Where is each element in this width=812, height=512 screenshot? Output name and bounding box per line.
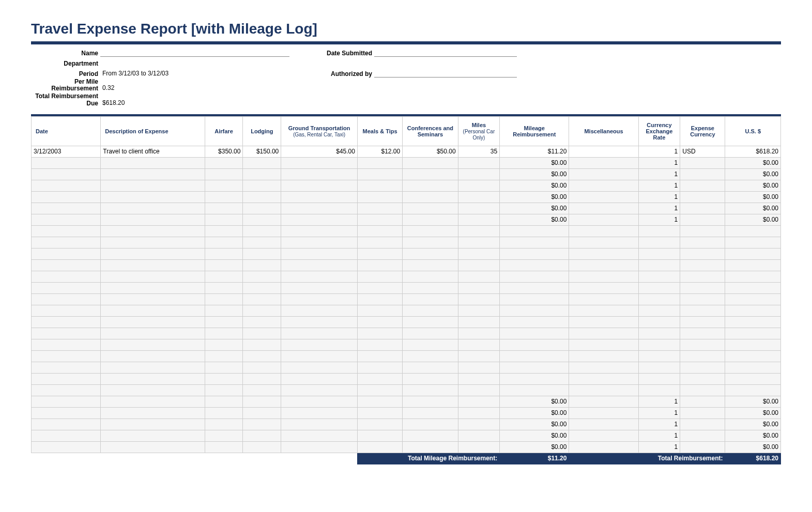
cell-description[interactable] [101,282,205,293]
cell-miles[interactable]: 35 [458,146,500,157]
cell-meals[interactable] [357,339,402,350]
cell-miscellaneous[interactable] [569,191,638,203]
cell-date[interactable] [32,350,101,362]
cell-ground[interactable] [281,282,358,293]
cell-date[interactable] [32,157,101,168]
cell-us[interactable]: $0.00 [725,191,781,203]
cell-exchange[interactable] [638,339,680,350]
cell-ground[interactable] [281,362,358,373]
cell-date[interactable] [32,237,101,248]
cell-ground[interactable] [281,271,358,282]
cell-date[interactable] [32,407,101,418]
cell-conferences[interactable] [403,271,458,282]
cell-description[interactable] [101,237,205,248]
cell-lodging[interactable] [243,362,281,373]
cell-airfare[interactable] [205,362,243,373]
cell-miscellaneous[interactable] [569,339,638,350]
cell-miles[interactable] [458,168,500,180]
cell-currency[interactable] [680,282,725,293]
cell-miscellaneous[interactable] [569,259,638,271]
cell-miles[interactable] [458,430,500,441]
cell-airfare[interactable] [205,259,243,271]
datesubmitted-input[interactable] [374,49,517,57]
cell-conferences[interactable] [403,418,458,430]
cell-ground[interactable] [281,305,358,316]
cell-meals[interactable] [357,248,402,259]
cell-description[interactable] [101,168,205,180]
cell-airfare[interactable] [205,237,243,248]
cell-miscellaneous[interactable] [569,271,638,282]
cell-conferences[interactable] [403,316,458,328]
cell-us[interactable] [725,225,781,237]
cell-us[interactable]: $0.00 [725,180,781,191]
cell-meals[interactable] [357,305,402,316]
cell-ground[interactable] [281,373,358,384]
cell-exchange[interactable]: 1 [638,146,680,157]
cell-lodging[interactable] [243,407,281,418]
cell-date[interactable] [32,362,101,373]
cell-us[interactable] [725,293,781,305]
cell-mileage-reimb[interactable] [500,293,569,305]
cell-meals[interactable] [357,259,402,271]
cell-ground[interactable] [281,407,358,418]
cell-date[interactable]: 3/12/2003 [32,146,101,157]
cell-meals[interactable] [357,237,402,248]
cell-date[interactable] [32,168,101,180]
cell-ground[interactable] [281,293,358,305]
cell-currency[interactable] [680,180,725,191]
cell-us[interactable]: $0.00 [725,418,781,430]
cell-lodging[interactable]: $150.00 [243,146,281,157]
cell-conferences[interactable] [403,441,458,453]
cell-date[interactable] [32,430,101,441]
cell-miles[interactable] [458,180,500,191]
name-input[interactable] [100,49,289,57]
cell-exchange[interactable]: 1 [638,396,680,407]
cell-mileage-reimb[interactable]: $0.00 [500,168,569,180]
cell-description[interactable] [101,362,205,373]
cell-miles[interactable] [458,373,500,384]
cell-mileage-reimb[interactable] [500,362,569,373]
cell-meals[interactable] [357,430,402,441]
cell-date[interactable] [32,339,101,350]
cell-miscellaneous[interactable] [569,214,638,225]
cell-description[interactable] [101,259,205,271]
cell-lodging[interactable] [243,430,281,441]
cell-description[interactable] [101,430,205,441]
cell-conferences[interactable] [403,328,458,339]
cell-airfare[interactable] [205,282,243,293]
cell-mileage-reimb[interactable] [500,373,569,384]
cell-exchange[interactable]: 1 [638,191,680,203]
cell-miles[interactable] [458,339,500,350]
cell-ground[interactable] [281,339,358,350]
cell-miscellaneous[interactable] [569,180,638,191]
cell-date[interactable] [32,191,101,203]
cell-currency[interactable] [680,407,725,418]
cell-exchange[interactable] [638,282,680,293]
cell-exchange[interactable] [638,271,680,282]
cell-description[interactable] [101,396,205,407]
cell-description[interactable]: Travel to client office [101,146,205,157]
cell-description[interactable] [101,441,205,453]
cell-currency[interactable] [680,441,725,453]
cell-ground[interactable] [281,157,358,168]
cell-conferences[interactable] [403,384,458,396]
cell-date[interactable] [32,214,101,225]
cell-conferences[interactable] [403,373,458,384]
cell-airfare[interactable] [205,430,243,441]
cell-description[interactable] [101,191,205,203]
cell-lodging[interactable] [243,168,281,180]
cell-us[interactable] [725,328,781,339]
cell-mileage-reimb[interactable] [500,316,569,328]
cell-miscellaneous[interactable] [569,362,638,373]
cell-conferences[interactable] [403,157,458,168]
cell-conferences[interactable] [403,237,458,248]
cell-airfare[interactable] [205,384,243,396]
cell-airfare[interactable] [205,328,243,339]
cell-date[interactable] [32,271,101,282]
cell-mileage-reimb[interactable]: $0.00 [500,191,569,203]
cell-us[interactable] [725,248,781,259]
cell-mileage-reimb[interactable]: $11.20 [500,146,569,157]
cell-exchange[interactable] [638,293,680,305]
cell-lodging[interactable] [243,396,281,407]
cell-exchange[interactable] [638,225,680,237]
